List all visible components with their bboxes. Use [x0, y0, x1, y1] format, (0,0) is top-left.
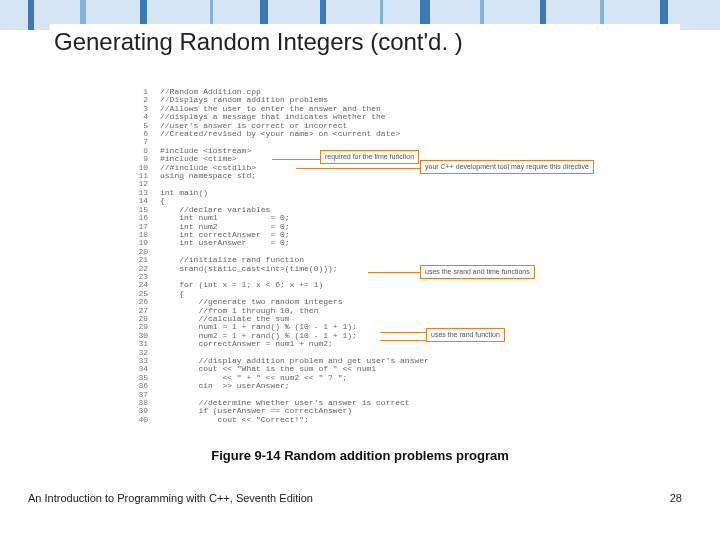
callout-rand: uses the rand function — [426, 328, 505, 342]
callout-cstdlib: your C++ development tool may require th… — [420, 160, 594, 174]
callout-line — [380, 340, 426, 341]
figure-caption: Figure 9-14 Random addition problems pro… — [0, 448, 720, 463]
callout-time-function: required for the time function — [320, 150, 419, 164]
callout-srand-time: uses the srand and time functions — [420, 265, 535, 279]
page-number: 28 — [670, 492, 682, 504]
callout-line — [296, 168, 420, 169]
slide-title: Generating Random Integers (cont'd. ) — [50, 24, 680, 64]
callout-line — [272, 159, 320, 160]
code-listing: 1//Random Addition.cpp 2//Displays rando… — [130, 88, 590, 424]
callout-line — [368, 272, 420, 273]
footer-book-title: An Introduction to Programming with C++,… — [28, 492, 313, 504]
callout-line — [380, 332, 426, 333]
